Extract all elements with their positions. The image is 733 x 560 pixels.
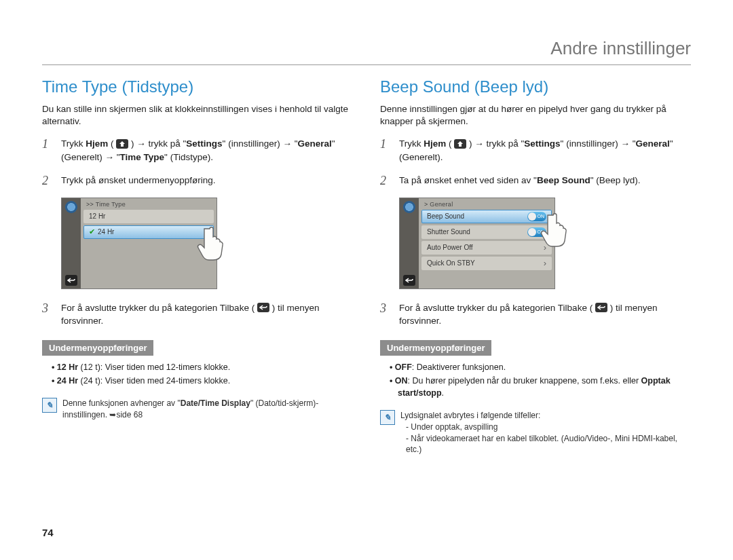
arrow-icon: → (105, 152, 115, 162)
screenshot-beep-sound: > General Beep SoundON Shutter SoundON A… (399, 198, 562, 289)
arrow-icon: → (620, 138, 630, 149)
step3-right: For å avslutte trykker du på kategorien … (399, 301, 691, 328)
list-item: OFF: Deaktiverer funksjonen. (390, 361, 691, 373)
list-item: 12 Hr (12 t): Viser tiden med 12-timers … (52, 361, 353, 373)
step3-left: For å avslutte trykker du på kategorien … (61, 301, 353, 328)
step-number: 1 (380, 137, 392, 164)
row-auto-power-off: Auto Power Off› (421, 241, 552, 255)
submenu-header: Undermenyoppføringer (380, 340, 491, 356)
breadcrumb: >> Time Type (83, 201, 214, 208)
submenu-header: Undermenyoppføringer (42, 340, 153, 356)
tap-hand-icon (539, 210, 574, 248)
page-number: 74 (42, 527, 54, 538)
row-quick-on-stby: Quick On STBY› (421, 257, 552, 270)
row-shutter-sound: Shutter SoundON (421, 225, 552, 239)
back-icon (403, 275, 415, 286)
back-icon (65, 275, 77, 286)
info-icon: ✎ (380, 410, 395, 425)
breadcrumb: > General (421, 201, 552, 208)
tap-hand-icon (195, 223, 231, 261)
home-icon (116, 139, 128, 149)
submenu-list: OFF: Deaktiverer funksjonen. ON: Du høre… (380, 361, 691, 399)
note-right: ✎ Lydsignalet avbrytes i følgende tilfel… (380, 410, 691, 455)
chevron-right-icon: › (544, 258, 546, 268)
option-12hr: 12 Hr (83, 210, 214, 223)
home-icon (454, 139, 466, 149)
step-number: 2 (42, 174, 54, 188)
step2-left: Trykk på ønsket undermenyoppføring. (61, 174, 216, 188)
arrow-icon: → (282, 138, 292, 149)
info-icon: ✎ (42, 398, 57, 413)
screenshot-time-type: >> Time Type 12 Hr ✔24 Hr (61, 198, 224, 289)
gear-icon (65, 201, 77, 213)
check-icon: ✔ (89, 227, 95, 236)
option-24hr: ✔24 Hr (83, 225, 214, 239)
step-number: 3 (380, 301, 392, 328)
gear-icon (403, 201, 415, 213)
list-item: ON: Du hører pipelyden når du bruker kna… (390, 375, 691, 399)
step-number: 3 (42, 301, 54, 328)
row-beep-sound: Beep SoundON (421, 210, 552, 223)
step-number: 2 (380, 174, 392, 188)
page-header: Andre innstillinger (42, 38, 691, 65)
arrow-icon: → (136, 138, 146, 149)
column-beep-sound: Beep Sound (Beep lyd) Denne innstillinge… (380, 77, 691, 455)
note-left: ✎ Denne funksjonen avhenger av "Date/Tim… (42, 398, 353, 421)
heading-time-type: Time Type (Tidstype) (42, 77, 353, 96)
step1-right: Trykk Hjem ( ) → trykk på "Settings" (in… (399, 137, 691, 164)
arrow-icon: → (474, 138, 484, 149)
heading-beep-sound: Beep Sound (Beep lyd) (380, 77, 691, 96)
intro-left: Du kan stille inn skjermen slik at klokk… (42, 103, 353, 128)
step-number: 1 (42, 137, 54, 164)
back-icon (595, 303, 607, 312)
step2-right: Ta på ønsket enhet ved siden av "Beep So… (399, 174, 641, 188)
list-item: 24 Hr (24 t): Viser tiden med 24-timers … (52, 375, 353, 387)
column-time-type: Time Type (Tidstype) Du kan stille inn s… (42, 77, 353, 455)
submenu-list: 12 Hr (12 t): Viser tiden med 12-timers … (42, 361, 353, 387)
back-icon (257, 303, 269, 312)
step1-left: Trykk Hjem ( ) → trykk på "Settings" (in… (61, 137, 353, 164)
intro-right: Denne innstillingen gjør at du hører en … (380, 103, 691, 128)
